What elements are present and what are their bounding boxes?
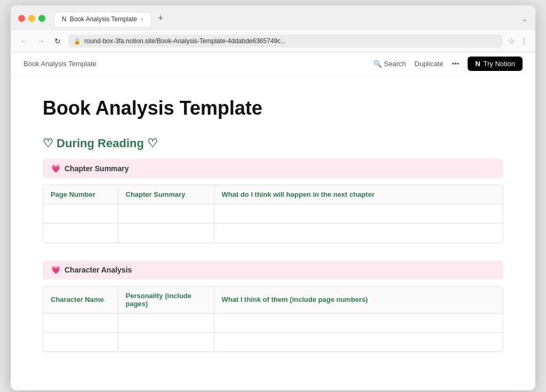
forward-button[interactable]: → [35,36,47,46]
chapter-summary-text: Chapter Summary [65,164,129,173]
col-chapter-summary: Chapter Summary [118,185,214,204]
cell-personality[interactable] [118,332,214,351]
page-content: Book Analysis Template ♡ During Reading … [11,76,535,390]
header-actions: 🔍 Search Duplicate ••• N Try Notion [373,57,523,71]
search-button[interactable]: 🔍 Search [373,60,406,68]
duplicate-label: Duplicate [414,60,443,68]
try-notion-button[interactable]: N Try Notion [468,57,523,71]
back-button[interactable]: ← [18,36,30,46]
lock-icon: 🔒 [74,38,81,45]
close-button[interactable] [18,15,25,22]
chapter-summary-section: 💗 Chapter Summary Page Number Chapter Su… [43,159,503,243]
cell-next-chapter[interactable] [214,223,503,243]
cell-think-of-them[interactable] [214,313,503,332]
character-analysis-icon: 💗 [51,266,60,274]
cell-page-number[interactable] [43,223,118,243]
character-analysis-text: Character Analysis [65,266,132,274]
tab-bar: N Book Analysis Template × + [54,11,517,26]
character-analysis-label: 💗 Character Analysis [43,260,503,279]
notion-logo-icon: N [475,60,480,68]
table-row [43,332,503,351]
more-label: ••• [452,60,459,68]
chapter-summary-label: 💗 Chapter Summary [43,159,503,178]
col-page-number: Page Number [43,185,118,204]
cell-character-name[interactable] [43,313,118,332]
cell-think-of-them[interactable] [214,332,503,351]
chapter-summary-table: Page Number Chapter Summary What do I th… [43,185,503,243]
new-tab-button[interactable]: + [154,11,168,26]
cell-next-chapter[interactable] [214,204,503,223]
site-title: Book Analysis Template [23,60,97,68]
during-reading-heading: ♡ During Reading ♡ [43,137,503,150]
page-title: Book Analysis Template [43,97,503,119]
col-think-of-them: What I think of them (include page numbe… [214,286,503,314]
character-analysis-table-wrap: Character Name Personality (include page… [43,286,503,353]
url-bar[interactable]: 🔒 round-box-3fa.notion.site/Book-Analysi… [68,35,503,47]
address-actions: ☆ ⋮ [508,37,528,45]
more-options-button[interactable]: ⋮ [520,37,528,45]
notion-site-header: Book Analysis Template 🔍 Search Duplicat… [11,52,535,76]
bookmark-icon[interactable]: ☆ [508,37,515,45]
chapter-summary-header-row: Page Number Chapter Summary What do I th… [43,185,503,204]
table-row [43,204,503,223]
try-notion-label: Try Notion [484,60,515,68]
cell-page-number[interactable] [43,204,118,223]
address-bar: ← → ↻ 🔒 round-box-3fa.notion.site/Book-A… [11,30,535,52]
title-bar: N Book Analysis Template × + ⌄ [11,5,535,30]
duplicate-button[interactable]: Duplicate [414,60,443,68]
col-personality: Personality (include pages) [118,286,214,314]
tab-favicon: N [62,15,67,23]
character-analysis-section: 💗 Character Analysis Character Name Pers… [43,260,503,353]
more-button[interactable]: ••• [452,60,459,68]
cell-chapter-summary[interactable] [118,223,214,243]
active-tab[interactable]: N Book Analysis Template × [54,12,151,26]
tab-close-button[interactable]: × [140,17,143,22]
minimize-button[interactable] [28,15,35,22]
table-row [43,223,503,243]
refresh-button[interactable]: ↻ [52,36,63,46]
chapter-summary-table-wrap: Page Number Chapter Summary What do I th… [43,185,503,243]
url-text: round-box-3fa.notion.site/Book-Analysis-… [84,37,286,45]
col-character-name: Character Name [43,286,118,314]
maximize-button[interactable] [38,15,45,22]
col-next-chapter: What do I think will happen in the next … [214,185,503,204]
tab-title: Book Analysis Template [70,15,138,23]
cell-personality[interactable] [118,313,214,332]
search-label: Search [384,60,406,68]
traffic-lights [18,15,45,22]
cell-character-name[interactable] [43,332,118,351]
browser-window: N Book Analysis Template × + ⌄ ← → ↻ 🔒 r… [11,5,535,390]
chapter-summary-icon: 💗 [51,164,60,173]
window-more-button[interactable]: ⌄ [521,14,528,23]
character-analysis-table: Character Name Personality (include page… [43,286,503,352]
search-icon: 🔍 [373,60,382,68]
cell-chapter-summary[interactable] [118,204,214,223]
character-analysis-header-row: Character Name Personality (include page… [43,286,503,314]
table-row [43,313,503,332]
